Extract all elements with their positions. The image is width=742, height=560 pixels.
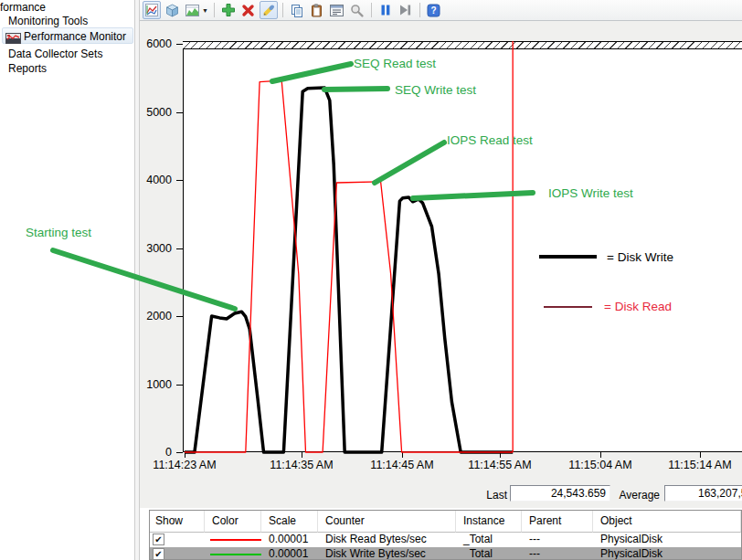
y-axis-label: 4000 [137, 174, 172, 186]
y-axis-label: 3000 [137, 242, 172, 255]
chart-top-hatch-band [183, 41, 742, 49]
color-cell [205, 547, 261, 560]
x-axis-label: 11:14:23 AM [146, 459, 223, 471]
legend-swatch-0 [539, 255, 597, 259]
show-checkbox[interactable]: ✔ [153, 548, 164, 560]
scale-cell: 0.00001 [261, 547, 318, 560]
highlight-button[interactable] [260, 1, 278, 19]
pencil-icon [261, 4, 275, 17]
x-axis-tick [185, 452, 186, 458]
chart-view-icon [145, 4, 158, 16]
svg-text:?: ? [431, 5, 437, 16]
counter-table-header: ShowColorScaleCounterInstanceParentObjec… [150, 511, 741, 533]
tree-item-performance[interactable]: formance [0, 1, 46, 14]
tree-item-data-collector-sets[interactable]: Data Collector Sets [8, 48, 102, 60]
toolbar-separator [419, 3, 420, 17]
color-cell [205, 533, 261, 547]
report-view-icon [186, 5, 199, 16]
column-header-parent[interactable]: Parent [522, 511, 593, 533]
update-data-button[interactable] [397, 1, 415, 19]
navigation-tree: formance Monitoring Tools Performance Mo… [0, 0, 134, 560]
average-label: Average [603, 489, 660, 502]
annotation-text-2: SEQ Write test [395, 83, 476, 97]
cube-icon [165, 4, 179, 17]
x-axis-tick [600, 452, 601, 458]
performance-monitor-icon [5, 31, 21, 48]
properties-icon [330, 5, 344, 16]
add-counter-button[interactable] [219, 1, 238, 19]
y-axis-label: 5000 [137, 106, 172, 119]
y-axis-label: 0 [137, 446, 172, 459]
x-axis-tick [402, 452, 403, 458]
counter-color-swatch [210, 554, 261, 555]
instance-cell: _Total [456, 533, 522, 547]
column-header-object[interactable]: Object [593, 511, 741, 533]
annotation-text-3: IOPS Read test [447, 133, 533, 147]
copy-icon [290, 4, 303, 17]
delete-icon [241, 4, 255, 17]
report-view-button[interactable] [183, 1, 201, 19]
tree-item-reports[interactable]: Reports [8, 62, 47, 75]
object-cell: PhysicalDisk [593, 547, 741, 560]
tree-item-label: Performance Monitor [24, 30, 126, 43]
paste-button[interactable] [308, 1, 326, 19]
last-value-box: 24,543.659 [510, 485, 610, 502]
chart-plot-area [183, 41, 742, 452]
delete-counter-button[interactable] [239, 1, 258, 19]
annotation-text-1: SEQ Read test [354, 57, 436, 70]
step-forward-icon [398, 4, 412, 16]
annotation-text-0: Starting test [26, 226, 91, 239]
instance-cell: _Total [456, 547, 522, 560]
show-cell: ✔ [150, 547, 205, 560]
table-row[interactable]: ✔0.00001Disk Write Bytes/sec_Total---Phy… [150, 547, 741, 560]
counter-table: ShowColorScaleCounterInstanceParentObjec… [149, 510, 742, 560]
average-value-box: 163,207,5 [664, 485, 742, 502]
y-axis-tick [176, 112, 183, 113]
counter-cell: Disk Read Bytes/sec [318, 533, 456, 547]
show-checkbox[interactable]: ✔ [153, 534, 164, 545]
y-axis-tick [176, 385, 183, 386]
legend-label-1: = Disk Read [604, 300, 672, 313]
tree-item-monitoring-tools[interactable]: Monitoring Tools [8, 15, 88, 27]
show-cell: ✔ [150, 533, 205, 547]
pause-icon [379, 4, 392, 16]
copy-button[interactable] [288, 1, 306, 19]
toolbar-separator [282, 3, 283, 17]
parent-cell: --- [522, 547, 593, 560]
x-axis-label: 11:15:14 AM [662, 459, 738, 471]
y-axis-tick [176, 248, 183, 249]
pause-button[interactable] [376, 1, 395, 19]
counter-color-swatch [210, 539, 261, 541]
counter-cell: Disk Write Bytes/sec [318, 547, 456, 560]
y-axis-tick [176, 316, 183, 317]
properties-button[interactable] [328, 1, 346, 19]
parent-cell: --- [522, 533, 593, 547]
x-axis-tick [302, 452, 302, 458]
last-label: Last [461, 489, 507, 502]
help-icon: ? [427, 4, 440, 17]
column-header-counter[interactable]: Counter [318, 511, 456, 533]
help-button[interactable]: ? [425, 1, 443, 19]
y-axis-tick [176, 44, 183, 45]
table-row[interactable]: ✔0.00001Disk Read Bytes/sec_Total---Phys… [150, 533, 741, 547]
toolbar: ▼ [140, 0, 742, 21]
legend-label-0: = Disk Write [607, 250, 673, 264]
zoom-button[interactable] [348, 1, 366, 19]
x-axis-label: 11:14:35 AM [263, 459, 340, 471]
column-header-instance[interactable]: Instance [456, 511, 522, 533]
x-axis-tick [700, 452, 701, 458]
chevron-down-icon[interactable]: ▼ [202, 7, 208, 14]
toolbar-separator [214, 3, 215, 17]
add-icon [221, 3, 236, 17]
column-header-scale[interactable]: Scale [261, 511, 318, 533]
y-axis-label: 1000 [137, 378, 172, 391]
tree-item-performance-monitor[interactable]: Performance Monitor [2, 27, 133, 44]
y-axis-label: 2000 [137, 310, 172, 322]
column-header-show[interactable]: Show [150, 511, 205, 533]
column-header-color[interactable]: Color [205, 511, 261, 533]
magnifier-icon [350, 4, 364, 17]
chart-view-button[interactable] [143, 1, 161, 19]
cube-view-button[interactable] [163, 1, 181, 19]
y-axis-tick [176, 452, 183, 453]
annotation-text-4: IOPS Write test [548, 186, 633, 200]
